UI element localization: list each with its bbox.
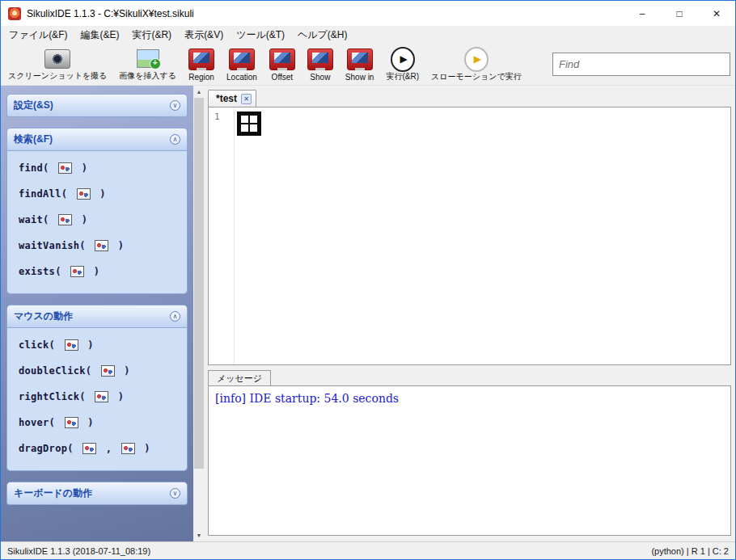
pattern-image-icon <box>101 365 115 377</box>
command-text: exists( <box>19 266 67 277</box>
toolbar: スクリーンショットを撮る画像を挿入するRegionLocationOffsetS… <box>1 44 735 86</box>
sidebar-section-body: find( )findAll( )wait( )waitVanish( )exi… <box>6 151 188 294</box>
command-text: ) <box>82 339 94 351</box>
pattern-image-icon <box>58 162 72 174</box>
app-icon <box>8 7 21 20</box>
toolbar-button-show[interactable]: Show <box>303 45 337 83</box>
find-input[interactable] <box>553 53 730 75</box>
toolbar-button-run-slow[interactable]: スローモーションで実行 <box>427 45 526 83</box>
command-text: dragDrop( <box>19 443 79 454</box>
pattern-image-icon <box>70 266 84 277</box>
pattern-image-icon <box>58 214 72 225</box>
toolbar-button-label: Offset <box>272 73 294 83</box>
toolbar-button-insert-image[interactable]: 画像を挿入する <box>115 45 180 83</box>
command-text: find( <box>19 162 55 174</box>
tab-close-icon[interactable] <box>241 94 252 104</box>
toolbar-button-label: Show in <box>345 73 374 83</box>
sidebar-section-title: マウスの動作 <box>14 309 73 323</box>
command-exists[interactable]: exists( ) <box>19 266 176 277</box>
scrollbar-track[interactable] <box>193 98 205 529</box>
toolbar-button-show-in[interactable]: Show in <box>341 45 379 83</box>
pattern-image-icon <box>95 240 108 251</box>
windows-logo-tile <box>241 116 248 123</box>
sidebar-section-header[interactable]: 検索(&F) <box>6 128 188 151</box>
command-text: rightClick( <box>19 391 91 402</box>
line-number: 1 <box>209 111 234 124</box>
sidebar-section-header[interactable]: 設定(&S) <box>6 94 188 117</box>
title-bar: SikulixIDE 1.1.3 - C:¥SikuliX¥test.sikul… <box>1 1 735 26</box>
command-text: ) <box>118 365 130 377</box>
chevron-down-icon[interactable] <box>170 488 180 499</box>
chevron-up-icon[interactable] <box>170 311 180 322</box>
command-rightClick[interactable]: rightClick( ) <box>19 391 176 402</box>
menu-bar: ファイル(&F)編集(&E)実行(&R)表示(&V)ツール(&T)ヘルプ(&H) <box>1 26 735 44</box>
toolbar-button-run[interactable]: 実行(&R) <box>382 45 423 83</box>
command-text: ) <box>138 443 150 454</box>
chevron-up-icon[interactable] <box>170 134 180 145</box>
command-hover[interactable]: hover( ) <box>19 417 176 428</box>
toolbar-button-region[interactable]: Region <box>184 45 218 83</box>
app-window: SikulixIDE 1.1.3 - C:¥SikuliX¥test.sikul… <box>0 0 736 560</box>
command-text: wait( <box>19 214 55 225</box>
scrollbar-thumb[interactable] <box>194 98 204 469</box>
sidebar-section-header[interactable]: キーボードの動作 <box>6 482 188 505</box>
menu-item-view[interactable]: 表示(&V) <box>178 26 230 44</box>
windows-logo-tile <box>250 124 257 132</box>
command-wait[interactable]: wait( ) <box>19 214 176 225</box>
command-text: click( <box>19 339 61 351</box>
command-find[interactable]: find( ) <box>19 162 176 174</box>
toolbar-button-take-screenshot[interactable]: スクリーンショットを撮る <box>4 45 111 83</box>
command-dragDrop[interactable]: dragDrop( , ) <box>19 443 176 454</box>
command-text: ) <box>94 188 106 200</box>
camera-icon <box>44 47 70 70</box>
tab-test[interactable]: *test <box>208 90 256 107</box>
toolbar-button-offset[interactable]: Offset <box>265 45 299 83</box>
message-tab[interactable]: メッセージ <box>208 370 271 385</box>
scroll-up-icon[interactable] <box>193 86 205 98</box>
menu-item-tools[interactable]: ツール(&T) <box>230 26 291 44</box>
close-button[interactable]: ✕ <box>698 1 735 26</box>
main-area: 設定(&S)検索(&F)find( )findAll( )wait( )wait… <box>1 86 735 541</box>
command-click[interactable]: click( ) <box>19 339 176 351</box>
command-text: ) <box>75 162 87 174</box>
insert-image-icon <box>135 47 161 70</box>
menu-item-file[interactable]: ファイル(&F) <box>2 26 74 44</box>
code-editor[interactable]: 1 <box>208 107 731 365</box>
sidebar-section-body: click( )doubleClick( )rightClick( )hover… <box>6 328 188 471</box>
menu-item-run[interactable]: 実行(&R) <box>125 26 178 44</box>
chevron-down-icon[interactable] <box>170 100 180 111</box>
command-sidebar: 設定(&S)検索(&F)find( )findAll( )wait( )wait… <box>1 86 205 541</box>
editor-content[interactable] <box>235 107 730 364</box>
pattern-image-icon <box>95 391 108 402</box>
sidebar-section-header[interactable]: マウスの動作 <box>6 305 188 328</box>
command-findAll[interactable]: findAll( ) <box>19 188 176 200</box>
command-text: , <box>99 443 118 454</box>
toolbar-buttons: スクリーンショットを撮る画像を挿入するRegionLocationOffsetS… <box>4 45 526 83</box>
sidebar-section-search: 検索(&F)find( )findAll( )wait( )waitVanish… <box>6 128 188 294</box>
windows-logo-thumbnail[interactable] <box>237 112 261 136</box>
status-version: SikulixIDE 1.1.3 (2018-07-11_08:19) <box>7 546 150 556</box>
scroll-down-icon[interactable] <box>193 529 205 541</box>
message-log[interactable]: [info] IDE startup: 54.0 seconds <box>208 385 731 536</box>
menu-item-help[interactable]: ヘルプ(&H) <box>291 26 354 44</box>
toolbar-button-label: 画像を挿入する <box>119 70 176 83</box>
sidebar-scrollbar[interactable] <box>193 86 205 541</box>
toolbar-button-label: Location <box>226 73 257 83</box>
toolbar-button-label: スローモーションで実行 <box>431 71 522 84</box>
show-in-monitor-icon <box>347 47 373 71</box>
command-text: waitVanish( <box>19 240 91 251</box>
menu-item-edit[interactable]: 編集(&E) <box>74 26 125 44</box>
find-box <box>552 53 730 76</box>
toolbar-button-label: Region <box>188 73 214 83</box>
command-text: findAll( <box>19 188 74 200</box>
maximize-button[interactable]: □ <box>661 1 698 26</box>
command-waitVanish[interactable]: waitVanish( ) <box>19 240 176 251</box>
status-bar: SikulixIDE 1.1.3 (2018-07-11_08:19) (pyt… <box>1 541 735 559</box>
sidebar-section-keyboard: キーボードの動作 <box>6 482 188 505</box>
command-doubleClick[interactable]: doubleClick( ) <box>19 365 176 377</box>
minimize-button[interactable]: – <box>624 1 661 26</box>
command-text: doubleClick( <box>19 365 98 377</box>
command-text: ) <box>112 240 124 251</box>
toolbar-button-location[interactable]: Location <box>222 45 261 83</box>
command-text: ) <box>87 266 99 277</box>
